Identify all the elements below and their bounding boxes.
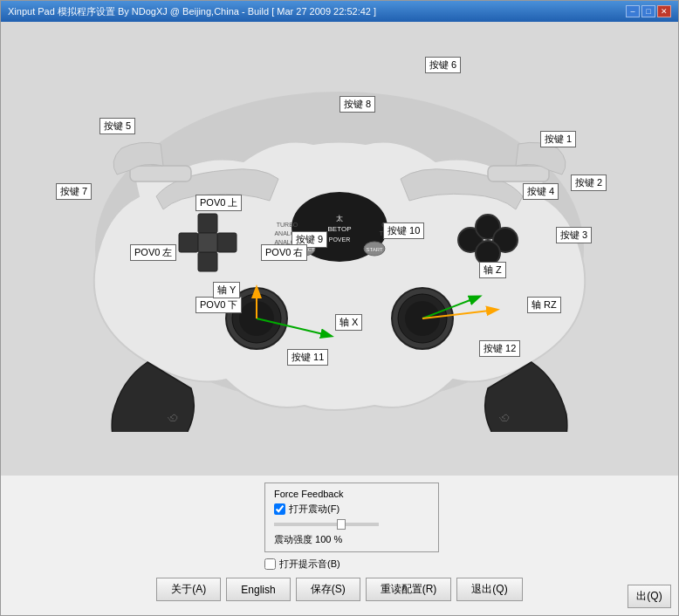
- hint-sound-label: 打开提示音(B): [279, 558, 340, 571]
- button-row: 关于(A) English 保存(S) 重读配置(R) 退出(Q): [11, 578, 668, 601]
- enable-vibration-row: 打开震动(F): [274, 503, 429, 516]
- vibration-slider-row: [274, 519, 429, 530]
- svg-rect-18: [198, 233, 217, 252]
- label-btn11: 按键 11: [287, 349, 328, 366]
- svg-rect-16: [179, 233, 198, 252]
- gamepad-area: 太 BETOP POVER TURBO CLEAR ANALOG TURBO A…: [1, 22, 678, 476]
- label-btn8: 按键 8: [340, 96, 375, 113]
- label-axis-y: 轴 Y: [213, 282, 240, 298]
- label-btn4: 按键 4: [523, 183, 559, 200]
- hint-sound-row: 打开提示音(B): [264, 558, 668, 571]
- label-btn1: 按键 1: [540, 131, 576, 147]
- label-btn2: 按键 2: [571, 175, 607, 191]
- svg-rect-17: [217, 233, 237, 252]
- minimize-button[interactable]: –: [626, 5, 640, 17]
- label-pov-up: POV0 上: [195, 195, 242, 211]
- vibration-slider-thumb[interactable]: [337, 519, 346, 530]
- enable-vibration-label: 打开震动(F): [289, 503, 340, 516]
- title-bar: Xinput Pad 模拟程序设置 By NDogXJ @ Beijing,Ch…: [1, 1, 678, 22]
- svg-text:BETOP: BETOP: [328, 225, 352, 233]
- hint-sound-checkbox[interactable]: [264, 558, 276, 570]
- exit2-button-container: 出(Q): [628, 585, 671, 608]
- vibration-strength-label: 震动强度 100 %: [274, 533, 429, 546]
- maximize-button[interactable]: □: [641, 5, 655, 17]
- bottom-panel: Force Feedback 打开震动(F) 震动强度 100 % 打开提示音(…: [1, 476, 678, 615]
- label-axis-x: 轴 X: [335, 314, 362, 331]
- label-pov-left: POV0 左: [130, 244, 176, 261]
- force-feedback-group: Force Feedback 打开震动(F) 震动强度 100 %: [264, 483, 439, 552]
- label-pov-right: POV0 右: [261, 244, 307, 261]
- svg-text:太: 太: [336, 215, 343, 222]
- english-button[interactable]: English: [226, 578, 290, 601]
- label-pov-down: POV0 下: [195, 297, 242, 313]
- about-button[interactable]: 关于(A): [156, 578, 221, 601]
- window-title: Xinput Pad 模拟程序设置 By NDogXJ @ Beijing,Ch…: [8, 5, 376, 18]
- svg-rect-15: [198, 252, 217, 271]
- gamepad-display: 太 BETOP POVER TURBO CLEAR ANALOG TURBO A…: [34, 39, 645, 458]
- save-button[interactable]: 保存(S): [296, 578, 360, 601]
- label-btn10: 按键 10: [383, 222, 424, 239]
- force-feedback-title: Force Feedback: [274, 489, 429, 499]
- svg-rect-29: [130, 166, 191, 181]
- svg-rect-14: [198, 214, 217, 233]
- svg-text:TURBO: TURBO: [277, 222, 298, 228]
- label-btn3: 按键 3: [556, 227, 592, 243]
- reload-button[interactable]: 重读配置(R): [366, 578, 452, 601]
- label-btn6: 按键 6: [425, 57, 461, 73]
- main-window: Xinput Pad 模拟程序设置 By NDogXJ @ Beijing,Ch…: [0, 0, 679, 616]
- label-axis-z: 轴 Z: [479, 262, 506, 278]
- label-btn12: 按键 12: [479, 340, 520, 357]
- svg-text:꩜: ꩜: [497, 409, 513, 427]
- title-bar-buttons: – □ ✕: [626, 5, 671, 17]
- svg-rect-30: [488, 166, 549, 181]
- close-button[interactable]: ✕: [657, 5, 671, 17]
- exit-button[interactable]: 退出(Q): [456, 578, 522, 601]
- label-axis-rz: 轴 RZ: [527, 297, 561, 313]
- label-btn5: 按键 5: [99, 118, 135, 134]
- svg-text:POVER: POVER: [329, 236, 351, 243]
- label-btn7: 按键 7: [56, 183, 92, 200]
- vibration-slider-track[interactable]: [274, 523, 379, 526]
- enable-vibration-checkbox[interactable]: [274, 503, 285, 515]
- svg-text:꩜: ꩜: [166, 409, 182, 427]
- exit2-button[interactable]: 出(Q): [628, 585, 671, 608]
- window-content: 太 BETOP POVER TURBO CLEAR ANALOG TURBO A…: [1, 22, 678, 615]
- svg-text:START: START: [366, 247, 382, 252]
